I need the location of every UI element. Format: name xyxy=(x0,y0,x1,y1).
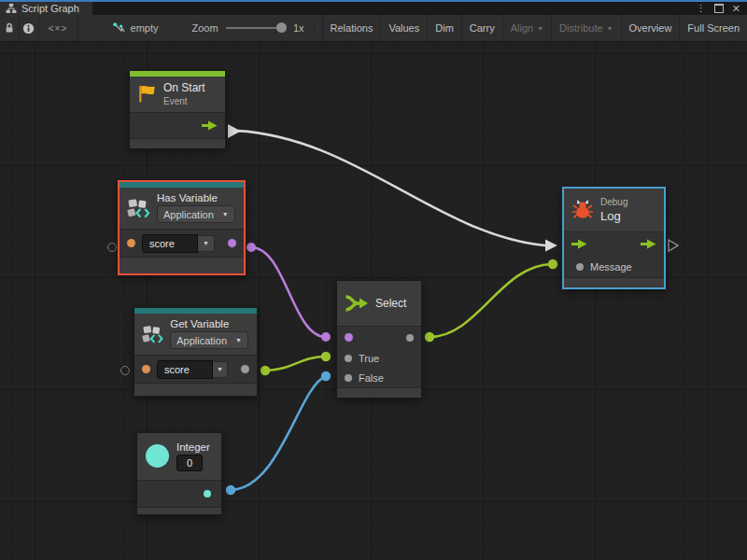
debug-log-footer xyxy=(564,277,664,287)
get-variable-scope-dropdown[interactable]: Application ▼ xyxy=(170,331,248,349)
debug-log-message-row: Message xyxy=(564,256,664,277)
variables-icon xyxy=(127,198,150,218)
on-start-footer xyxy=(130,138,225,148)
flag-icon xyxy=(137,84,157,104)
has-variable-title: Has Variable xyxy=(157,192,235,203)
graph-toolbar: <×> empty Zoom 1x Relations Values Dim C… xyxy=(0,15,747,42)
distribute-label: Distribute xyxy=(559,22,602,34)
flow-in-port[interactable] xyxy=(571,239,587,249)
get-variable-header[interactable]: Get Variable Application ▼ xyxy=(134,314,257,355)
node-on-start[interactable]: On Start Event xyxy=(129,70,226,149)
node-debug-log[interactable]: Debug Log Message xyxy=(562,187,666,289)
window-controls: ⋮ ✕ xyxy=(697,4,747,13)
has-variable-name-row: score ▼ xyxy=(120,230,244,257)
debug-log-message-port[interactable] xyxy=(576,263,584,271)
align-button[interactable]: Align ▼ xyxy=(503,15,552,41)
select-false-port[interactable] xyxy=(345,374,352,382)
integer-header[interactable]: Integer 0 xyxy=(137,433,221,480)
has-variable-footer xyxy=(120,257,244,273)
select-true-port[interactable] xyxy=(345,355,352,362)
full-screen-button[interactable]: Full Screen xyxy=(680,15,747,41)
overview-label: Overview xyxy=(629,22,672,34)
relations-label: Relations xyxy=(331,22,374,34)
lock-button[interactable] xyxy=(0,15,20,41)
debug-log-category: Debug xyxy=(600,197,627,207)
has-variable-scope-dropdown[interactable]: Application ▼ xyxy=(157,205,235,223)
field-caret-icon: ▼ xyxy=(203,240,209,246)
integer-output-port[interactable] xyxy=(204,490,211,497)
select-merge-icon xyxy=(345,294,369,313)
hasvariable-ghost-port[interactable] xyxy=(107,243,117,252)
carry-button[interactable]: Carry xyxy=(462,15,503,41)
zoom-slider[interactable] xyxy=(226,15,287,41)
selection-status: empty xyxy=(99,15,168,41)
zoom-label: Zoom xyxy=(167,22,225,34)
debug-log-header[interactable]: Debug Log xyxy=(564,189,664,231)
carry-label: Carry xyxy=(470,22,495,34)
get-variable-value-port[interactable] xyxy=(241,365,249,373)
select-condition-port[interactable] xyxy=(345,333,353,342)
getvariable-ghost-port[interactable] xyxy=(120,366,130,375)
has-variable-name-field[interactable]: score xyxy=(142,234,198,253)
zoom-slider-handle[interactable] xyxy=(276,22,287,33)
debug-log-flow-row xyxy=(564,232,664,256)
on-start-header[interactable]: On Start Event xyxy=(130,77,225,112)
node-has-variable[interactable]: Has Variable Application ▼ score ▼ xyxy=(118,180,246,275)
values-label: Values xyxy=(388,22,419,34)
flow-out-port[interactable] xyxy=(202,120,218,131)
get-variable-name-picker[interactable]: ▼ xyxy=(213,361,228,378)
tab-script-graph[interactable]: Script Graph xyxy=(0,2,92,15)
has-variable-scope-caret-icon: ▼ xyxy=(222,211,229,217)
has-variable-result-port[interactable] xyxy=(228,239,236,247)
window-menu-icon[interactable]: ⋮ xyxy=(697,4,706,13)
code-icon: <×> xyxy=(49,23,68,34)
code-view-button[interactable]: <×> xyxy=(39,15,78,41)
graph-icon xyxy=(6,3,17,14)
integer-icon xyxy=(145,443,170,469)
node-select[interactable]: Select True False xyxy=(336,280,422,399)
integer-footer xyxy=(137,507,221,514)
has-variable-scope-value: Application xyxy=(163,209,214,220)
overview-button[interactable]: Overview xyxy=(622,15,681,41)
get-variable-name-field[interactable]: score xyxy=(157,360,213,379)
distribute-button[interactable]: Distribute ▼ xyxy=(552,15,621,41)
relations-button[interactable]: Relations xyxy=(322,15,382,41)
has-variable-name-picker[interactable]: ▼ xyxy=(198,235,215,252)
has-variable-header[interactable]: Has Variable Application ▼ xyxy=(120,188,244,229)
values-button[interactable]: Values xyxy=(381,15,428,41)
select-false-label: False xyxy=(359,372,384,384)
get-variable-footer xyxy=(134,383,257,396)
node-integer[interactable]: Integer 0 xyxy=(136,432,222,515)
close-icon[interactable]: ✕ xyxy=(732,4,740,13)
full-screen-label: Full Screen xyxy=(687,22,740,34)
select-false-row: False xyxy=(337,368,421,387)
integer-value-field[interactable]: 0 xyxy=(176,455,203,471)
get-variable-scope-value: Application xyxy=(176,335,227,346)
node-get-variable[interactable]: Get Variable Application ▼ score ▼ xyxy=(134,307,258,397)
lock-icon xyxy=(4,22,15,34)
info-button[interactable] xyxy=(20,15,39,41)
dim-button[interactable]: Dim xyxy=(428,15,462,41)
on-start-title: On Start xyxy=(163,81,205,94)
select-true-label: True xyxy=(359,353,379,364)
align-caret-icon: ▼ xyxy=(537,25,543,32)
tab-bar: Script Graph ⋮ ✕ xyxy=(0,2,747,15)
select-header[interactable]: Select xyxy=(337,281,421,326)
on-start-flow-row xyxy=(130,113,225,138)
select-output-port[interactable] xyxy=(406,334,414,342)
maximize-icon[interactable] xyxy=(714,4,724,13)
debug-log-message-label: Message xyxy=(590,261,632,273)
dim-label: Dim xyxy=(435,22,454,34)
flow-out-port[interactable] xyxy=(641,239,656,249)
debug-log-title: Log xyxy=(600,209,627,223)
on-start-subtitle: Event xyxy=(163,96,205,106)
select-true-row: True xyxy=(337,348,421,368)
has-variable-name-port[interactable] xyxy=(127,239,135,247)
tab-title: Script Graph xyxy=(21,3,79,14)
get-variable-scope-caret-icon: ▼ xyxy=(235,337,242,343)
select-footer xyxy=(337,387,421,398)
get-variable-name-port[interactable] xyxy=(142,365,150,373)
integer-output-row xyxy=(137,481,221,507)
distribute-caret-icon: ▼ xyxy=(607,25,613,32)
zoom-value: 1x xyxy=(287,22,315,34)
